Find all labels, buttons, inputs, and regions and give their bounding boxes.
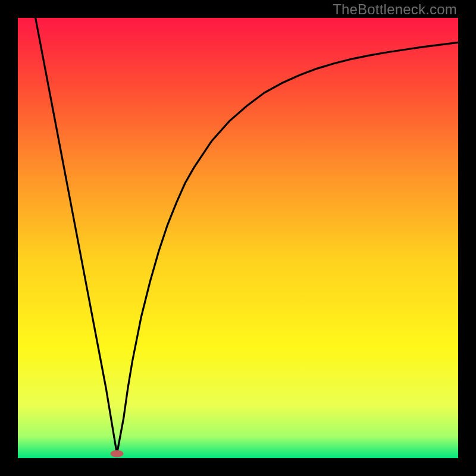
gradient-background [18, 18, 458, 458]
bottleneck-chart [18, 18, 458, 458]
optimal-point-marker [111, 450, 124, 458]
chart-frame [18, 18, 458, 458]
watermark-text: TheBottleneck.com [333, 1, 457, 18]
